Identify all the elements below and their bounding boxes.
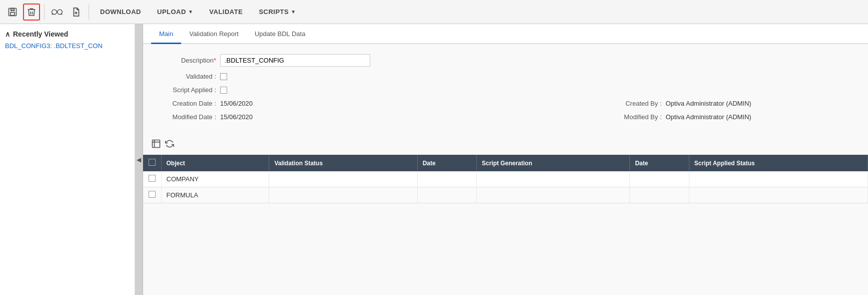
modified-meta-row: Modified Date : 15/06/2020 Modified By :…	[155, 113, 856, 121]
collapse-arrow-icon: ◀	[137, 156, 141, 163]
creation-date-group: Creation Date : 15/06/2020	[155, 100, 506, 107]
validated-checkbox[interactable]	[220, 73, 227, 80]
row-1-script-generation	[477, 171, 630, 187]
description-input[interactable]	[220, 54, 370, 67]
upload-button[interactable]: UPLOAD ▼	[150, 5, 200, 19]
modified-by-group: Modified By : Optiva Administrator (ADMI…	[506, 113, 856, 121]
col-script-generation: Script Generation	[477, 155, 630, 171]
row-1-validation-status	[269, 171, 417, 187]
row-1-object: COMPANY	[161, 171, 269, 187]
scripts-chevron-icon: ▼	[291, 9, 296, 15]
modified-date-group: Modified Date : 15/06/2020	[155, 113, 506, 121]
table-refresh-icon[interactable]	[165, 139, 174, 150]
creation-date-label: Creation Date :	[155, 100, 220, 107]
binoculars-icon[interactable]	[49, 4, 66, 21]
sidebar-collapse-arrow[interactable]: ∧	[5, 30, 10, 38]
separator-2	[89, 5, 89, 20]
validate-button[interactable]: VALIDATE	[202, 5, 250, 19]
form-section: Description* Validated : Script Applied …	[143, 44, 868, 135]
table-toolbar	[143, 135, 868, 155]
modified-by-value: Optiva Administrator (ADMIN)	[666, 113, 751, 121]
tab-update-bdl-data[interactable]: Update BDL Data	[247, 24, 313, 44]
upload-chevron-icon: ▼	[188, 9, 193, 15]
row-1-checkbox-cell	[143, 171, 161, 187]
description-label: Description*	[155, 57, 220, 64]
row-2-script-applied-status	[689, 187, 867, 203]
script-applied-row: Script Applied :	[155, 86, 856, 94]
created-by-group: Created By : Optiva Administrator (ADMIN…	[506, 100, 856, 107]
row-1-checkbox[interactable]	[149, 175, 156, 182]
newdoc-icon[interactable]	[68, 4, 85, 21]
row-2-checkbox[interactable]	[149, 191, 156, 198]
col-date-1: Date	[417, 155, 476, 171]
svg-rect-10	[153, 140, 160, 148]
tab-validation-report[interactable]: Validation Report	[181, 24, 247, 44]
upload-label: UPLOAD	[157, 8, 186, 16]
delete-icon[interactable]	[23, 4, 40, 21]
col-date-2: Date	[630, 155, 689, 171]
creation-meta-row: Creation Date : 15/06/2020 Created By : …	[155, 100, 856, 107]
row-1-date2	[630, 171, 689, 187]
data-table: Object Validation Status Date Script Gen…	[143, 155, 868, 203]
col-validation-status: Validation Status	[269, 155, 417, 171]
row-2-checkbox-cell	[143, 187, 161, 203]
toolbar: DOWNLOAD UPLOAD ▼ VALIDATE SCRIPTS ▼	[0, 0, 868, 24]
validated-row: Validated :	[155, 73, 856, 80]
header-checkbox[interactable]	[149, 159, 156, 166]
recently-viewed-title: ∧ Recently Viewed	[5, 30, 130, 38]
save-icon[interactable]	[4, 4, 21, 21]
modified-date-label: Modified Date :	[155, 113, 220, 121]
required-asterisk: *	[214, 57, 216, 64]
main-layout: ∧ Recently Viewed BDL_CONFIG3: .BDLTEST_…	[0, 24, 868, 295]
col-object: Object	[161, 155, 269, 171]
table-row: COMPANY	[143, 171, 868, 187]
header-checkbox-cell	[143, 155, 161, 171]
modified-by-label: Modified By :	[606, 113, 666, 121]
row-2-date2	[630, 187, 689, 203]
script-applied-label: Script Applied :	[155, 86, 220, 94]
scripts-label: SCRIPTS	[259, 8, 289, 16]
table-header-row: Object Validation Status Date Script Gen…	[143, 155, 868, 171]
svg-rect-2	[11, 12, 15, 15]
svg-rect-1	[11, 8, 15, 11]
download-button[interactable]: DOWNLOAD	[93, 5, 148, 19]
content-area: Main Validation Report Update BDL Data D…	[143, 24, 868, 295]
row-2-validation-status	[269, 187, 417, 203]
row-1-script-applied-status	[689, 171, 867, 187]
table-row: FORMULA	[143, 187, 868, 203]
created-by-value: Optiva Administrator (ADMIN)	[666, 100, 751, 107]
tab-bar: Main Validation Report Update BDL Data	[143, 24, 868, 44]
scripts-button[interactable]: SCRIPTS ▼	[252, 5, 303, 19]
row-2-script-generation	[477, 187, 630, 203]
separator-1	[44, 5, 45, 20]
row-1-date	[417, 171, 476, 187]
sidebar: ∧ Recently Viewed BDL_CONFIG3: .BDLTEST_…	[0, 24, 135, 295]
col-script-applied-status: Script Applied Status	[689, 155, 867, 171]
row-2-object: FORMULA	[161, 187, 269, 203]
collapse-handle[interactable]: ◀	[135, 24, 143, 295]
creation-date-value: 15/06/2020	[220, 100, 280, 107]
description-row: Description*	[155, 54, 856, 67]
row-2-date	[417, 187, 476, 203]
sidebar-link-bdlconfig3[interactable]: BDL_CONFIG3: .BDLTEST_CON	[5, 42, 130, 50]
modified-date-value: 15/06/2020	[220, 113, 280, 121]
table-add-icon[interactable]	[151, 139, 161, 151]
tab-main[interactable]: Main	[151, 24, 181, 44]
validated-label: Validated :	[155, 73, 220, 80]
created-by-label: Created By :	[606, 100, 666, 107]
script-applied-checkbox[interactable]	[220, 87, 227, 94]
